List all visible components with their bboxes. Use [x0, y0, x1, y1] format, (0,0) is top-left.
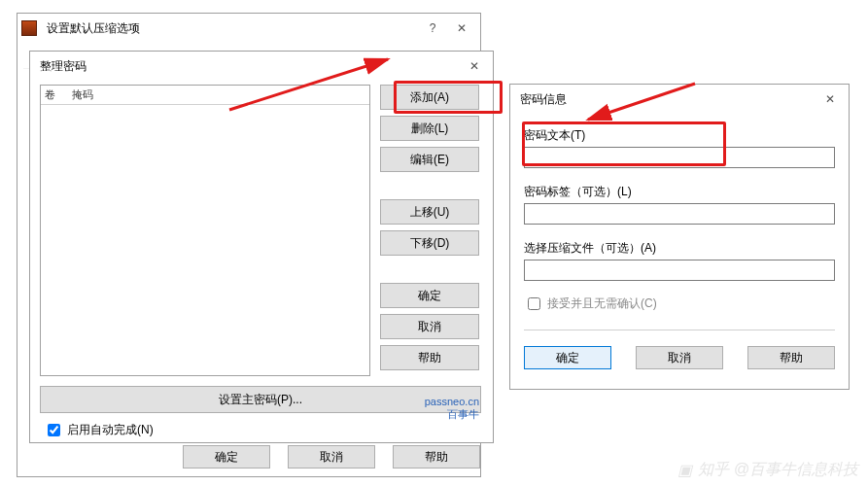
side-button-column: 添加(A) 删除(L) 编辑(E) 上移(U) 下移(D) 确定 取消 帮助: [380, 85, 479, 370]
window-organize-passwords: 整理密码 ✕ 卷 掩码 添加(A) 删除(L) 编辑(E) 上移(U) 下移(D…: [29, 51, 494, 443]
password-list[interactable]: 卷 掩码: [40, 85, 370, 376]
titlebar: 设置默认压缩选项 ? ✕: [17, 14, 480, 43]
branding: passneo.cn 百事牛: [425, 396, 479, 421]
brand-cn: 百事牛: [425, 408, 479, 421]
archive-label: 选择压缩文件（可选）(A): [524, 240, 835, 257]
accept-no-confirm-label: 接受并且无需确认(C): [547, 295, 657, 312]
close-icon[interactable]: ✕: [816, 88, 845, 110]
move-down-button[interactable]: 下移(D): [380, 230, 479, 256]
window-title: 设置默认压缩选项: [41, 20, 418, 37]
titlebar: 密码信息 ✕: [510, 85, 849, 114]
list-header: 卷 掩码: [41, 86, 369, 105]
ok-button[interactable]: 确定: [183, 445, 270, 469]
close-icon[interactable]: ✕: [460, 55, 489, 77]
col-mask: 掩码: [72, 87, 93, 102]
help-titlebar-icon[interactable]: ?: [418, 17, 447, 39]
dialog-buttons: 确定 取消 帮助: [524, 346, 835, 369]
accept-no-confirm-checkbox[interactable]: [528, 297, 540, 310]
ok-button[interactable]: 确定: [380, 283, 479, 308]
accept-no-confirm-row[interactable]: 接受并且无需确认(C): [524, 295, 835, 313]
password-text-input[interactable]: [524, 147, 835, 168]
password-text-label: 密码文本(T): [524, 127, 835, 144]
delete-button[interactable]: 删除(L): [380, 116, 479, 141]
move-up-button[interactable]: 上移(U): [380, 199, 479, 225]
ok-button[interactable]: 确定: [524, 346, 611, 369]
close-icon[interactable]: ✕: [447, 17, 476, 39]
dialog-buttons: 确定 取消 帮助: [183, 445, 480, 469]
brand-url: passneo.cn: [425, 396, 479, 408]
help-button[interactable]: 帮助: [380, 345, 479, 370]
window-title: 整理密码: [34, 58, 460, 75]
set-master-password-button[interactable]: 设置主密码(P)...: [40, 386, 481, 413]
cancel-button[interactable]: 取消: [380, 314, 479, 339]
add-button[interactable]: 添加(A): [380, 85, 479, 110]
archive-input[interactable]: [524, 260, 835, 281]
app-icon: [21, 20, 37, 36]
enable-autocomplete-label: 启用自动完成(N): [67, 422, 154, 438]
page-watermark: ▣ 知乎 @百事牛信息科技: [677, 460, 858, 480]
cancel-button[interactable]: 取消: [636, 346, 723, 369]
enable-autocomplete-row[interactable]: 启用自动完成(N): [44, 421, 154, 439]
window-password-info: 密码信息 ✕ 密码文本(T) 密码标签（可选）(L) 选择压缩文件（可选）(A)…: [509, 84, 850, 390]
edit-button[interactable]: 编辑(E): [380, 147, 479, 172]
enable-autocomplete-checkbox[interactable]: [48, 424, 60, 436]
password-label-input[interactable]: [524, 203, 835, 225]
help-button[interactable]: 帮助: [747, 346, 835, 369]
help-button[interactable]: 帮助: [393, 445, 480, 469]
col-volume: 卷: [45, 87, 72, 102]
watermark-text: 知乎 @百事牛信息科技: [698, 460, 858, 480]
cancel-button[interactable]: 取消: [288, 445, 375, 469]
zhihu-logo-icon: ▣: [677, 461, 692, 479]
titlebar: 整理密码 ✕: [30, 52, 493, 81]
password-label-label: 密码标签（可选）(L): [524, 184, 835, 200]
window-title: 密码信息: [514, 91, 816, 108]
